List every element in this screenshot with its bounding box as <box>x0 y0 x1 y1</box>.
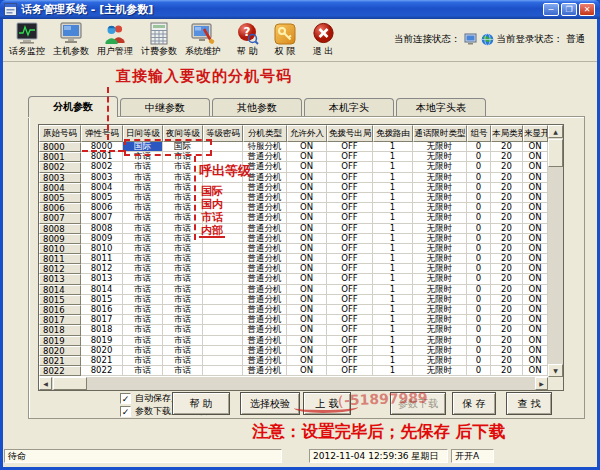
table-cell[interactable]: 20 <box>491 285 523 295</box>
table-cell[interactable]: ON <box>523 274 548 284</box>
grid-header-cell[interactable]: 分机类型 <box>243 125 287 142</box>
table-cell[interactable]: 1 <box>373 285 413 295</box>
table-cell[interactable]: 20 <box>491 183 523 193</box>
table-cell[interactable]: 市话 <box>123 285 163 295</box>
table-cell[interactable]: ON <box>287 315 327 325</box>
save-button[interactable]: 保 存 <box>452 392 496 415</box>
table-cell[interactable]: 0 <box>467 234 491 244</box>
table-cell[interactable]: 市话 <box>123 193 163 203</box>
table-cell[interactable]: 0 <box>467 183 491 193</box>
table-cell[interactable]: 1 <box>373 336 413 346</box>
table-cell[interactable]: 市话 <box>163 152 203 162</box>
table-cell[interactable]: 普通分机 <box>243 193 287 203</box>
horizontal-scrollbar[interactable]: ◀ ▶ <box>39 377 548 390</box>
table-cell[interactable]: 普通分机 <box>243 325 287 335</box>
table-cell[interactable]: 无限时 <box>413 285 467 295</box>
table-cell[interactable]: 市话 <box>163 325 203 335</box>
table-cell[interactable]: ON <box>523 213 548 223</box>
table-cell[interactable]: OFF <box>327 234 373 244</box>
table-cell[interactable]: ON <box>287 325 327 335</box>
table-cell[interactable]: ON <box>287 183 327 193</box>
table-cell[interactable]: 8020 <box>81 346 123 356</box>
table-cell[interactable]: 市话 <box>123 162 163 172</box>
table-cell[interactable]: 20 <box>491 315 523 325</box>
table-cell[interactable]: 8009 <box>81 234 123 244</box>
table-cell[interactable]: 0 <box>467 305 491 315</box>
table-cell[interactable]: 无限时 <box>413 234 467 244</box>
table-cell[interactable] <box>203 254 243 264</box>
table-cell[interactable]: 0 <box>467 285 491 295</box>
table-cell[interactable]: 1 <box>373 162 413 172</box>
table-cell[interactable]: 8014 <box>81 285 123 295</box>
table-cell[interactable] <box>203 285 243 295</box>
table-cell[interactable]: 无限时 <box>413 305 467 315</box>
table-cell[interactable]: 市话 <box>163 224 203 234</box>
table-cell[interactable]: ON <box>523 285 548 295</box>
scroll-right-button[interactable]: ▶ <box>535 377 548 390</box>
table-cell[interactable]: 8013 <box>81 274 123 284</box>
table-cell[interactable]: 普通分机 <box>243 162 287 172</box>
table-cell[interactable]: 无限时 <box>413 274 467 284</box>
table-cell[interactable]: 市话 <box>163 295 203 305</box>
table-cell[interactable]: 普通分机 <box>243 224 287 234</box>
table-cell[interactable]: 8017 <box>39 315 81 325</box>
table-cell[interactable]: 20 <box>491 264 523 274</box>
grid-header-cell[interactable]: 免拨号出局 <box>327 125 373 142</box>
table-cell[interactable]: ON <box>287 213 327 223</box>
table-cell[interactable]: 8005 <box>39 193 81 203</box>
table-cell[interactable]: ON <box>523 336 548 346</box>
table-cell[interactable]: ON <box>523 315 548 325</box>
table-cell[interactable]: 8021 <box>39 356 81 366</box>
table-cell[interactable]: 20 <box>491 234 523 244</box>
table-cell[interactable]: 1 <box>373 254 413 264</box>
table-cell[interactable]: 8010 <box>81 244 123 254</box>
table-cell[interactable] <box>203 244 243 254</box>
table-cell[interactable]: 0 <box>467 366 491 376</box>
table-cell[interactable]: 市话 <box>163 285 203 295</box>
table-cell[interactable]: 0 <box>467 274 491 284</box>
table-cell[interactable]: 无限时 <box>413 356 467 366</box>
table-cell[interactable]: 20 <box>491 295 523 305</box>
table-cell[interactable]: 8003 <box>39 173 81 183</box>
table-cell[interactable]: ON <box>287 336 327 346</box>
table-cell[interactable] <box>203 162 243 172</box>
table-cell[interactable]: OFF <box>327 224 373 234</box>
table-cell[interactable]: 市话 <box>163 162 203 172</box>
table-cell[interactable]: 无限时 <box>413 346 467 356</box>
table-cell[interactable]: 普通分机 <box>243 264 287 274</box>
scroll-down-button[interactable]: ▼ <box>548 364 563 377</box>
table-cell[interactable]: 市话 <box>163 336 203 346</box>
minimize-button[interactable]: ─ <box>543 3 559 16</box>
table-cell[interactable]: OFF <box>327 295 373 305</box>
table-cell[interactable]: 8015 <box>81 295 123 305</box>
table-cell[interactable]: 普通分机 <box>243 274 287 284</box>
table-cell[interactable]: OFF <box>327 305 373 315</box>
table-cell[interactable]: ON <box>287 152 327 162</box>
table-cell[interactable]: 1 <box>373 173 413 183</box>
table-cell[interactable]: 20 <box>491 254 523 264</box>
table-cell[interactable]: ON <box>523 264 548 274</box>
table-cell[interactable]: OFF <box>327 162 373 172</box>
table-cell[interactable]: 国际 <box>163 142 203 152</box>
table-cell[interactable]: ON <box>523 162 548 172</box>
scroll-left-button[interactable]: ◀ <box>39 377 52 390</box>
table-cell[interactable]: 20 <box>491 356 523 366</box>
table-cell[interactable]: 8006 <box>39 203 81 213</box>
table-cell[interactable]: 普通分机 <box>243 213 287 223</box>
table-cell[interactable]: 0 <box>467 193 491 203</box>
table-cell[interactable]: 8021 <box>81 356 123 366</box>
table-cell[interactable]: 市话 <box>163 274 203 284</box>
table-cell[interactable]: 市话 <box>123 295 163 305</box>
table-cell[interactable]: 8001 <box>81 152 123 162</box>
table-cell[interactable]: OFF <box>327 183 373 193</box>
toolbar-button-permissions[interactable]: 权 限 <box>266 21 304 60</box>
table-cell[interactable]: 8020 <box>39 346 81 356</box>
table-cell[interactable]: 1 <box>373 213 413 223</box>
table-cell[interactable]: 市话 <box>123 346 163 356</box>
table-cell[interactable]: 20 <box>491 203 523 213</box>
table-cell[interactable]: OFF <box>327 336 373 346</box>
table-cell[interactable]: ON <box>523 356 548 366</box>
grid-header-cell[interactable]: 允许外入 <box>287 125 327 142</box>
table-cell[interactable] <box>203 295 243 305</box>
table-cell[interactable]: 1 <box>373 346 413 356</box>
